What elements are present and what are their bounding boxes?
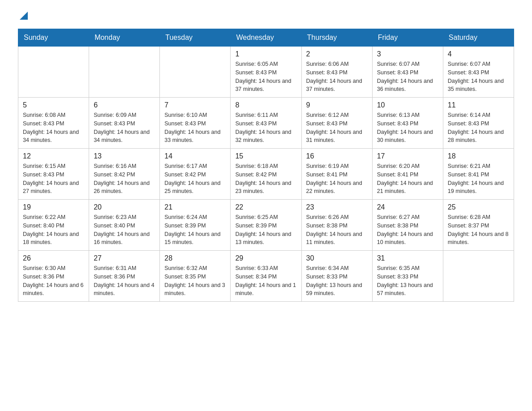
calendar-cell: 1Sunrise: 6:05 AM Sunset: 8:43 PM Daylig… xyxy=(231,47,301,98)
day-number: 26 xyxy=(23,254,84,262)
day-number: 15 xyxy=(235,152,296,160)
week-row-2: 5Sunrise: 6:08 AM Sunset: 8:43 PM Daylig… xyxy=(18,98,514,149)
day-number: 2 xyxy=(306,50,368,58)
calendar-header-wednesday: Wednesday xyxy=(231,29,301,47)
day-number: 27 xyxy=(94,254,155,262)
day-info: Sunrise: 6:30 AM Sunset: 8:36 PM Dayligh… xyxy=(23,264,84,298)
calendar-cell: 23Sunrise: 6:26 AM Sunset: 8:38 PM Dayli… xyxy=(301,200,372,251)
day-number: 25 xyxy=(448,203,509,211)
day-info: Sunrise: 6:20 AM Sunset: 8:41 PM Dayligh… xyxy=(377,162,438,196)
day-info: Sunrise: 6:31 AM Sunset: 8:36 PM Dayligh… xyxy=(94,264,155,298)
day-info: Sunrise: 6:27 AM Sunset: 8:38 PM Dayligh… xyxy=(377,213,438,247)
day-number: 31 xyxy=(377,254,438,262)
calendar-header-tuesday: Tuesday xyxy=(160,29,231,47)
day-info: Sunrise: 6:23 AM Sunset: 8:40 PM Dayligh… xyxy=(94,213,155,247)
calendar-cell: 10Sunrise: 6:13 AM Sunset: 8:43 PM Dayli… xyxy=(372,98,443,149)
day-info: Sunrise: 6:15 AM Sunset: 8:43 PM Dayligh… xyxy=(23,162,84,196)
calendar-header-saturday: Saturday xyxy=(443,29,514,47)
day-number: 4 xyxy=(448,50,509,58)
calendar-cell xyxy=(89,47,160,98)
day-info: Sunrise: 6:21 AM Sunset: 8:41 PM Dayligh… xyxy=(448,162,509,196)
day-number: 21 xyxy=(164,203,226,211)
calendar-cell: 26Sunrise: 6:30 AM Sunset: 8:36 PM Dayli… xyxy=(18,251,89,302)
day-info: Sunrise: 6:33 AM Sunset: 8:34 PM Dayligh… xyxy=(235,264,296,298)
day-number: 1 xyxy=(235,50,296,58)
day-info: Sunrise: 6:34 AM Sunset: 8:33 PM Dayligh… xyxy=(306,264,368,298)
day-number: 24 xyxy=(377,203,438,211)
day-info: Sunrise: 6:07 AM Sunset: 8:43 PM Dayligh… xyxy=(377,60,438,94)
calendar-cell: 15Sunrise: 6:18 AM Sunset: 8:42 PM Dayli… xyxy=(231,149,301,200)
day-info: Sunrise: 6:12 AM Sunset: 8:43 PM Dayligh… xyxy=(306,111,368,145)
day-number: 10 xyxy=(377,101,438,109)
day-info: Sunrise: 6:28 AM Sunset: 8:37 PM Dayligh… xyxy=(448,213,509,247)
day-info: Sunrise: 6:16 AM Sunset: 8:42 PM Dayligh… xyxy=(94,162,155,196)
day-number: 28 xyxy=(164,254,226,262)
calendar-cell: 24Sunrise: 6:27 AM Sunset: 8:38 PM Dayli… xyxy=(372,200,443,251)
day-info: Sunrise: 6:25 AM Sunset: 8:39 PM Dayligh… xyxy=(235,213,296,247)
day-number: 30 xyxy=(306,254,368,262)
day-number: 12 xyxy=(23,152,84,160)
calendar-cell: 3Sunrise: 6:07 AM Sunset: 8:43 PM Daylig… xyxy=(372,47,443,98)
day-info: Sunrise: 6:05 AM Sunset: 8:43 PM Dayligh… xyxy=(235,60,296,94)
day-number: 14 xyxy=(164,152,226,160)
calendar-cell: 16Sunrise: 6:19 AM Sunset: 8:41 PM Dayli… xyxy=(301,149,372,200)
day-info: Sunrise: 6:06 AM Sunset: 8:43 PM Dayligh… xyxy=(306,60,368,94)
calendar-cell: 11Sunrise: 6:14 AM Sunset: 8:43 PM Dayli… xyxy=(443,98,514,149)
calendar-header-friday: Friday xyxy=(372,29,443,47)
day-number: 7 xyxy=(164,101,226,109)
day-info: Sunrise: 6:26 AM Sunset: 8:38 PM Dayligh… xyxy=(306,213,368,247)
calendar-cell: 17Sunrise: 6:20 AM Sunset: 8:41 PM Dayli… xyxy=(372,149,443,200)
calendar-cell: 13Sunrise: 6:16 AM Sunset: 8:42 PM Dayli… xyxy=(89,149,160,200)
week-row-5: 26Sunrise: 6:30 AM Sunset: 8:36 PM Dayli… xyxy=(18,251,514,302)
calendar-cell: 30Sunrise: 6:34 AM Sunset: 8:33 PM Dayli… xyxy=(301,251,372,302)
calendar-cell: 20Sunrise: 6:23 AM Sunset: 8:40 PM Dayli… xyxy=(89,200,160,251)
calendar-cell: 14Sunrise: 6:17 AM Sunset: 8:42 PM Dayli… xyxy=(160,149,231,200)
calendar-cell: 5Sunrise: 6:08 AM Sunset: 8:43 PM Daylig… xyxy=(18,98,89,149)
day-number: 9 xyxy=(306,101,368,109)
day-info: Sunrise: 6:14 AM Sunset: 8:43 PM Dayligh… xyxy=(448,111,509,145)
calendar-header-sunday: Sunday xyxy=(18,29,89,47)
day-number: 5 xyxy=(23,101,84,109)
day-number: 18 xyxy=(448,152,509,160)
day-info: Sunrise: 6:13 AM Sunset: 8:43 PM Dayligh… xyxy=(377,111,438,145)
calendar-cell: 31Sunrise: 6:35 AM Sunset: 8:33 PM Dayli… xyxy=(372,251,443,302)
page-header xyxy=(18,13,514,20)
calendar-cell: 29Sunrise: 6:33 AM Sunset: 8:34 PM Dayli… xyxy=(231,251,301,302)
day-number: 17 xyxy=(377,152,438,160)
day-info: Sunrise: 6:17 AM Sunset: 8:42 PM Dayligh… xyxy=(164,162,226,196)
day-number: 6 xyxy=(94,101,155,109)
logo xyxy=(18,13,28,20)
week-row-4: 19Sunrise: 6:22 AM Sunset: 8:40 PM Dayli… xyxy=(18,200,514,251)
calendar-cell: 4Sunrise: 6:07 AM Sunset: 8:43 PM Daylig… xyxy=(443,47,514,98)
day-number: 13 xyxy=(94,152,155,160)
calendar-cell: 7Sunrise: 6:10 AM Sunset: 8:43 PM Daylig… xyxy=(160,98,231,149)
calendar-cell: 12Sunrise: 6:15 AM Sunset: 8:43 PM Dayli… xyxy=(18,149,89,200)
day-info: Sunrise: 6:18 AM Sunset: 8:42 PM Dayligh… xyxy=(235,162,296,196)
calendar-cell: 2Sunrise: 6:06 AM Sunset: 8:43 PM Daylig… xyxy=(301,47,372,98)
calendar-header-row: SundayMondayTuesdayWednesdayThursdayFrid… xyxy=(18,29,514,47)
calendar-cell xyxy=(160,47,231,98)
day-number: 3 xyxy=(377,50,438,58)
calendar-cell: 9Sunrise: 6:12 AM Sunset: 8:43 PM Daylig… xyxy=(301,98,372,149)
calendar-cell: 28Sunrise: 6:32 AM Sunset: 8:35 PM Dayli… xyxy=(160,251,231,302)
calendar-cell: 27Sunrise: 6:31 AM Sunset: 8:36 PM Dayli… xyxy=(89,251,160,302)
calendar-cell: 6Sunrise: 6:09 AM Sunset: 8:43 PM Daylig… xyxy=(89,98,160,149)
calendar-cell xyxy=(443,251,514,302)
day-info: Sunrise: 6:24 AM Sunset: 8:39 PM Dayligh… xyxy=(164,213,226,247)
day-info: Sunrise: 6:32 AM Sunset: 8:35 PM Dayligh… xyxy=(164,264,226,298)
calendar-cell: 8Sunrise: 6:11 AM Sunset: 8:43 PM Daylig… xyxy=(231,98,301,149)
day-info: Sunrise: 6:19 AM Sunset: 8:41 PM Dayligh… xyxy=(306,162,368,196)
calendar-cell xyxy=(18,47,89,98)
day-info: Sunrise: 6:09 AM Sunset: 8:43 PM Dayligh… xyxy=(94,111,155,145)
calendar-header-thursday: Thursday xyxy=(301,29,372,47)
day-info: Sunrise: 6:08 AM Sunset: 8:43 PM Dayligh… xyxy=(23,111,84,145)
day-number: 8 xyxy=(235,101,296,109)
day-number: 22 xyxy=(235,203,296,211)
calendar-cell: 19Sunrise: 6:22 AM Sunset: 8:40 PM Dayli… xyxy=(18,200,89,251)
day-number: 29 xyxy=(235,254,296,262)
day-number: 19 xyxy=(23,203,84,211)
day-info: Sunrise: 6:10 AM Sunset: 8:43 PM Dayligh… xyxy=(164,111,226,145)
day-info: Sunrise: 6:35 AM Sunset: 8:33 PM Dayligh… xyxy=(377,264,438,298)
day-number: 16 xyxy=(306,152,368,160)
day-number: 20 xyxy=(94,203,155,211)
